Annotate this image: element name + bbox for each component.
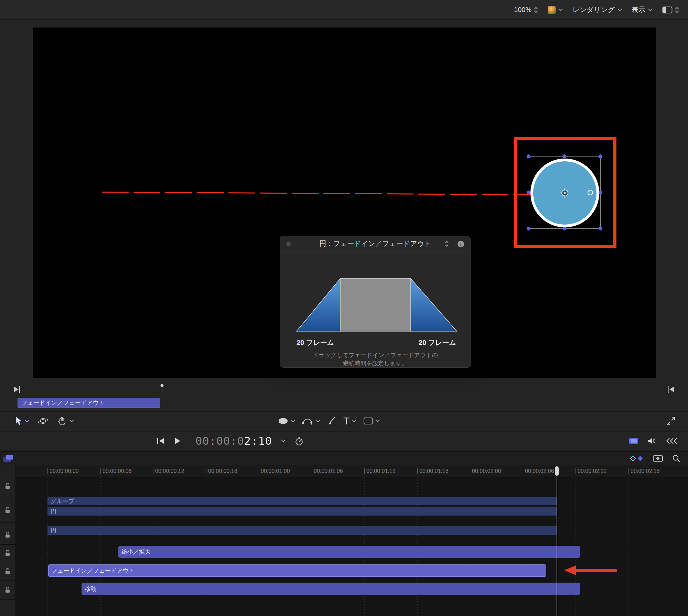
track-lock-icon[interactable] xyxy=(4,586,11,594)
track-lock-icon[interactable] xyxy=(4,549,11,557)
color-thumbnail-icon xyxy=(548,6,556,14)
ruler-tick: 00:00:01:18 xyxy=(419,468,449,474)
hud-close-icon[interactable] xyxy=(286,242,291,246)
zoom-control[interactable]: 100% xyxy=(514,6,537,14)
track-label: 円 xyxy=(51,527,56,534)
fade-in-frames-label: 20 フレーム xyxy=(297,338,334,347)
hud-title: 円：フェードイン／フェードアウト xyxy=(319,239,431,248)
expand-canvas-icon[interactable] xyxy=(666,416,676,426)
audio-speaker-icon[interactable] xyxy=(647,437,656,445)
chevron-down-icon xyxy=(375,418,380,422)
color-channel-control[interactable] xyxy=(548,6,562,14)
ruler-tick: 00:00:00:00 xyxy=(50,468,79,474)
selection-handle[interactable] xyxy=(527,191,530,194)
canvas[interactable]: 円：フェードイン／フェードアウト i 20 フレーム 20 フレーム ドラッグし… xyxy=(33,28,656,378)
layers-panel-icon[interactable] xyxy=(3,454,14,463)
timecode-dim: 00:00:0 xyxy=(195,434,244,447)
bezier-tool[interactable] xyxy=(302,417,320,426)
select-tool[interactable] xyxy=(15,417,29,426)
keyframe-editor-icon[interactable] xyxy=(653,455,663,462)
play-range-in-marker-icon[interactable] xyxy=(13,385,21,393)
window-layout-control[interactable] xyxy=(662,6,678,14)
ruler-tick: 00:00:00:12 xyxy=(155,468,184,474)
position-marker-icon[interactable] xyxy=(160,384,164,394)
selection-handle[interactable] xyxy=(599,227,602,230)
track-lock-icon[interactable] xyxy=(4,568,11,575)
chevron-down-icon xyxy=(291,418,295,422)
timer-icon[interactable] xyxy=(294,436,304,446)
chevron-down-icon xyxy=(352,418,356,422)
mini-timeline-clip-label: フェードイン／フェードアウト xyxy=(21,399,105,407)
play-button[interactable] xyxy=(174,437,181,445)
rotation-handle[interactable] xyxy=(588,190,593,195)
chevron-down-icon xyxy=(558,7,563,11)
track-label: グループ xyxy=(51,497,74,505)
paint-stroke-tool[interactable] xyxy=(327,417,336,426)
rendering-label: レンダリング xyxy=(572,5,615,14)
hand-icon xyxy=(57,417,67,426)
hud-panel[interactable]: 円：フェードイン／フェードアウト i 20 フレーム 20 フレーム ドラッグし… xyxy=(280,236,471,368)
ruler-tick: 00:00:00:18 xyxy=(208,468,237,474)
track-bar-grow-shrink[interactable]: 縮小／拡大 xyxy=(118,546,580,558)
track-bar-circle-2[interactable]: 円 xyxy=(47,526,557,535)
hand-tool[interactable] xyxy=(57,417,73,426)
text-tool[interactable]: T xyxy=(343,416,356,426)
mini-timeline-selected-clip[interactable]: フェードイン／フェードアウト xyxy=(18,398,160,408)
timeline-header xyxy=(0,451,688,465)
track-lock-icon[interactable] xyxy=(4,506,11,514)
play-range-out-marker-icon[interactable] xyxy=(667,385,675,393)
select-arrow-icon xyxy=(15,417,22,426)
track-lock-icon[interactable] xyxy=(4,531,11,539)
orbit-3d-tool[interactable] xyxy=(37,416,49,426)
rectangle-mask-tool[interactable] xyxy=(363,417,379,425)
selection-handle[interactable] xyxy=(599,191,602,194)
track-bar-group[interactable]: グループ xyxy=(47,497,557,505)
filmstrip-toggle-icon[interactable] xyxy=(629,437,638,445)
hud-switch-chevrons-icon[interactable] xyxy=(444,240,449,247)
chevron-down-icon xyxy=(316,418,320,422)
chevron-down-icon xyxy=(648,7,653,11)
timecode-menu-chevron-icon[interactable] xyxy=(281,438,286,442)
ruler-tick: 00:00:02:18 xyxy=(631,468,660,474)
zoom-stepper-icon[interactable] xyxy=(535,8,537,12)
selection-handle[interactable] xyxy=(599,154,602,158)
playhead-handle[interactable] xyxy=(555,466,559,476)
shape-tool[interactable] xyxy=(278,417,294,425)
tools-bar: T xyxy=(0,411,688,430)
bezier-pen-icon xyxy=(302,417,313,426)
timeline-tracks: グループ 円 円 縮小／拡大 フェードイン／フェードアウト 移動 xyxy=(0,477,688,616)
ruler-tick: 00:00:02:00 xyxy=(472,468,501,474)
chevron-down-icon xyxy=(25,418,29,422)
timeline-zoom-icon[interactable] xyxy=(672,454,680,463)
selection-handle[interactable] xyxy=(562,227,566,230)
mini-timeline xyxy=(0,381,688,397)
chevron-down-icon xyxy=(617,7,622,11)
selection-handle[interactable] xyxy=(527,154,530,158)
ruler-tick: 00:00:00:06 xyxy=(103,468,132,474)
anchor-point-crosshair-icon[interactable] xyxy=(559,187,571,199)
track-bar-move[interactable]: 移動 xyxy=(82,583,580,595)
track-lock-icon[interactable] xyxy=(4,482,11,490)
hud-info-icon[interactable]: i xyxy=(458,241,464,247)
go-to-start-button[interactable] xyxy=(157,437,164,444)
timecode-display[interactable]: 00:00:02:10 xyxy=(195,434,272,447)
timeline-ruler[interactable]: 00:00:00:00 00:00:00:06 00:00:00:12 00:0… xyxy=(0,465,688,477)
ruler-tick: 00:00:02:12 xyxy=(578,468,607,474)
track-bar-fade-in-out[interactable]: フェードイン／フェードアウト xyxy=(48,564,546,577)
motion-path-dashed-line xyxy=(102,192,565,195)
window-layout-stepper-icon[interactable] xyxy=(676,8,678,12)
timecode-bright: 2:10 xyxy=(244,434,272,447)
hud-title-bar[interactable]: 円：フェードイン／フェードアウト i xyxy=(280,236,471,251)
window-layout-icon xyxy=(662,6,673,14)
selection-handle[interactable] xyxy=(562,154,566,158)
keyframe-thinning-icon[interactable] xyxy=(665,437,678,444)
selection-handle[interactable] xyxy=(527,227,530,230)
playhead-line[interactable] xyxy=(557,477,557,616)
view-menu[interactable]: 表示 xyxy=(632,5,652,14)
fade-duration-graph[interactable] xyxy=(280,253,471,336)
show-keyframes-icon[interactable] xyxy=(630,455,644,462)
rendering-menu[interactable]: レンダリング xyxy=(572,5,621,14)
text-tool-glyph: T xyxy=(343,416,350,426)
view-label: 表示 xyxy=(632,5,645,14)
track-bar-circle-1[interactable]: 円 xyxy=(47,507,557,516)
